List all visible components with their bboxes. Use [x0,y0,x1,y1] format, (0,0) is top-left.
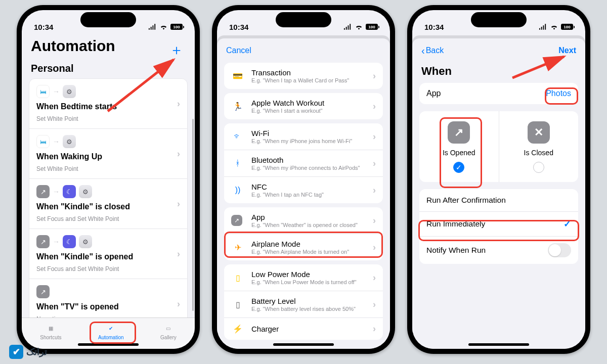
airplane-icon: ✈ [231,243,244,252]
trigger-battery[interactable]: ▯Battery LevelE.g. "When battery level r… [224,291,383,318]
chevron-right-icon: › [373,71,376,81]
radio-selected[interactable]: ✓ [453,162,464,173]
trigger-wifi[interactable]: ᯤWi-FiE.g. "When my iPhone joins home Wi… [224,123,383,150]
radio-unselected[interactable] [533,162,544,173]
run-immediately[interactable]: Run Immediately✓ [419,212,578,237]
check-icon: ✓ [563,218,571,230]
watermark: ✔ تراتک [9,345,47,359]
automation-item[interactable]: ↗→☾⚙ When "Kindle" is closed Set Focus a… [29,179,187,229]
chevron-right-icon: › [373,158,376,169]
automation-item[interactable]: ↗→☾⚙ When "Kindle" is opened Set Focus a… [29,229,187,279]
wifi-icon [550,24,558,30]
item-sub: No actions [36,315,180,317]
trigger-bluetooth[interactable]: ᚼBluetoothE.g. "When my iPhone connects … [224,150,383,177]
bed-icon: 🛏 [36,135,50,148]
chevron-right-icon: › [373,101,376,112]
clock: 10:34 [229,23,248,31]
item-title: When "Kindle" is opened [36,252,180,261]
tab-shortcuts[interactable]: ▦ Shortcuts [35,321,66,342]
signal-icon [539,24,547,30]
notify-when-run[interactable]: Notify When Run [419,237,578,264]
shortcuts-icon: ▦ [45,323,56,334]
phone-2: 10:34 100 Cancel 💳 TransactionE.g. "When… [212,5,395,354]
page-title: Automation [22,35,195,56]
settings-icon: ⚙ [63,135,76,148]
run-options: Run After Confirmation Run Immediately✓ … [419,189,578,264]
moon-icon: ☾ [63,235,76,248]
trigger-workout[interactable]: 🏃 Apple Watch WorkoutE.g. "When I start … [224,93,383,119]
chevron-right-icon: › [373,272,376,283]
app-value: Photos [546,89,571,98]
home-indicator [273,343,334,346]
clock: 10:34 [34,23,53,31]
battery-level-icon: ▯ [231,300,244,309]
chevron-right-icon: › [373,185,376,196]
chevron-right-icon: › [373,299,376,310]
charger-icon: ⚡ [231,324,244,334]
signal-icon [343,24,352,30]
home-indicator [468,343,529,346]
bluetooth-icon: ᚼ [231,159,244,168]
trigger-app[interactable]: ↗AppE.g. "When "Weather" is opened or cl… [224,207,383,234]
settings-icon: ⚙ [79,235,92,248]
chevron-right-icon: › [177,249,180,259]
battery-icon: 100 [366,24,378,30]
clock: 10:34 [424,23,444,31]
is-closed-option[interactable]: ✕ Is Closed [499,111,579,182]
notch [276,12,331,27]
battery-icon: 100 [561,24,573,30]
chevron-right-icon: › [373,131,376,142]
trigger-airplane[interactable]: ✈Airplane ModeE.g. "When Airplane Mode i… [224,234,383,260]
cancel-button[interactable]: Cancel [226,46,251,55]
gallery-icon: ▭ [163,323,174,334]
notch [80,12,136,27]
automation-icon: ✔︎ [105,323,116,334]
close-icon: ✕ [528,121,550,144]
trigger-nfc[interactable]: ))NFCE.g. "When I tap an NFC tag"› [224,177,383,203]
scroll-indicator [192,119,194,311]
item-title: When Waking Up [36,152,180,161]
workout-icon: 🏃 [231,102,244,111]
arrow-out-icon: ↗ [448,121,470,144]
app-icon: ↗ [231,215,244,226]
svg-line-1 [512,57,564,78]
arrow-to-add [103,56,184,118]
automation-item[interactable]: ↗ When "TV" is opened No actions › [29,279,187,317]
signal-icon [148,24,157,30]
phone-3: 10:34 100 ‹ Back Next When App Photos ↗ … [407,5,590,354]
settings-icon: ⚙ [79,185,92,198]
watermark-logo: ✔ [9,345,23,359]
open-close-toggle: ↗ Is Opened ✓ ✕ Is Closed [419,111,578,182]
svg-line-0 [108,60,174,111]
bed-icon: 🛏 [36,85,50,98]
run-after-confirmation[interactable]: Run After Confirmation [419,189,578,212]
app-selector-row[interactable]: App Photos [419,83,578,104]
trigger-transaction[interactable]: 💳 TransactionE.g. "When I tap a Wallet C… [224,63,383,89]
automation-item[interactable]: 🛏→⚙ When Waking Up Set White Point › [29,129,187,179]
settings-icon: ⚙ [63,85,76,98]
wifi-icon: ᯤ [231,132,244,141]
moon-icon: ☾ [63,185,76,198]
item-title: When "TV" is opened [36,302,180,311]
item-title: When "Kindle" is closed [36,202,180,211]
is-opened-option[interactable]: ↗ Is Opened ✓ [419,111,499,182]
arrow-to-next [508,54,579,86]
home-indicator [78,343,139,346]
wifi-icon [355,24,363,30]
chevron-left-icon: ‹ [421,45,425,57]
notch [471,12,527,27]
phone-1: 10:34 100 ＋ Automation Personal 🛏→⚙ When… [17,5,200,354]
trigger-charger[interactable]: ⚡Charger› [224,318,383,340]
switch-off[interactable] [548,243,571,257]
item-sub: Set Focus and Set White Point [36,215,180,222]
chevron-right-icon: › [373,215,376,226]
nfc-icon: )) [231,186,244,195]
lowpower-icon: ▯ [231,273,244,283]
trigger-lowpower[interactable]: ▯Low Power ModeE.g. "When Low Power Mode… [224,264,383,291]
back-button[interactable]: ‹ Back [421,45,444,57]
tab-automation[interactable]: ✔︎ Automation [93,321,129,342]
nav-bar: Cancel [217,38,390,63]
tab-gallery[interactable]: ▭ Gallery [155,321,182,342]
chevron-right-icon: › [177,149,180,159]
wifi-icon [159,24,168,30]
